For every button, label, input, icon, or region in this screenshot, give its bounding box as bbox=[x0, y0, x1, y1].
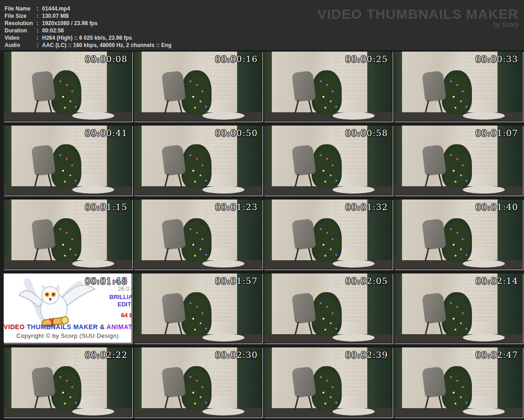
chair-leg bbox=[294, 248, 299, 262]
chair bbox=[422, 146, 447, 188]
tree-lights bbox=[450, 154, 452, 156]
chair-back bbox=[161, 292, 185, 324]
chair-leg bbox=[178, 174, 182, 188]
chair-leg bbox=[294, 174, 299, 188]
video-frame-thumbnail: 00:01:57 bbox=[133, 273, 262, 343]
tree-lights bbox=[59, 228, 61, 230]
chair-leg bbox=[438, 322, 443, 336]
chair bbox=[291, 72, 317, 114]
chair-leg bbox=[438, 174, 443, 188]
rug bbox=[202, 260, 244, 268]
left-curtain bbox=[134, 200, 142, 269]
info-label: File Name bbox=[5, 5, 37, 12]
chair-leg bbox=[178, 322, 182, 336]
tree-lights bbox=[320, 228, 322, 230]
chair bbox=[161, 294, 187, 336]
info-colon: : bbox=[37, 42, 42, 49]
chair bbox=[422, 220, 447, 262]
left-curtain bbox=[394, 52, 402, 121]
chair bbox=[161, 72, 187, 114]
chair bbox=[422, 72, 447, 114]
chair-leg bbox=[164, 100, 169, 114]
frame-timestamp: 00:01:48 bbox=[85, 276, 127, 286]
video-frame-thumbnail: 00:01:15 bbox=[3, 199, 132, 269]
chair-leg bbox=[178, 100, 182, 114]
rug bbox=[72, 186, 114, 194]
chair-leg bbox=[164, 396, 169, 410]
chair-back bbox=[31, 70, 55, 102]
chair-leg bbox=[48, 396, 52, 410]
brand-video: VIDEO bbox=[4, 323, 25, 331]
left-curtain bbox=[264, 347, 272, 417]
chair bbox=[161, 368, 187, 410]
info-label: Audio bbox=[5, 42, 37, 49]
frame-timestamp: 00:00:41 bbox=[85, 128, 127, 138]
chair-leg bbox=[164, 174, 169, 188]
chair-leg bbox=[308, 322, 312, 336]
frame-timestamp: 00:02:05 bbox=[345, 276, 388, 286]
chair-back bbox=[291, 366, 316, 398]
tree-lights bbox=[190, 228, 191, 230]
rug bbox=[463, 334, 505, 341]
chair-leg bbox=[48, 248, 52, 262]
left-curtain bbox=[134, 273, 142, 343]
chair bbox=[291, 146, 317, 188]
video-frame-thumbnail: 00:00:41 bbox=[3, 125, 132, 195]
app-watermark: VIDEO THUMBNAILS MAKER by Scorp bbox=[318, 7, 519, 28]
chair-leg bbox=[34, 174, 38, 188]
video-frame-thumbnail: 00:00:16 bbox=[133, 51, 262, 121]
frame-timestamp: 00:00:33 bbox=[476, 54, 518, 64]
rug bbox=[333, 260, 375, 268]
info-value: H264 (High) :: 6 025 kb/s, 23.98 fps bbox=[42, 34, 132, 42]
chair bbox=[31, 146, 57, 188]
tree-lights bbox=[320, 80, 322, 82]
frame-timestamp: 00:00:25 bbox=[345, 54, 388, 64]
chair-back bbox=[291, 218, 316, 250]
tree-lights bbox=[450, 376, 452, 378]
chair-leg bbox=[164, 248, 169, 262]
chair-back bbox=[161, 70, 185, 102]
info-colon: : bbox=[37, 20, 42, 27]
chair-leg bbox=[48, 100, 52, 114]
chair-leg bbox=[438, 248, 443, 262]
chair-leg bbox=[308, 248, 312, 262]
video-frame-thumbnail: 00:00:08 bbox=[3, 51, 132, 121]
thumbnail-grid: 00:00:08 00:00:16 00:0 bbox=[0, 50, 524, 417]
watermark-title: VIDEO THUMBNAILS MAKER bbox=[318, 7, 519, 21]
frame-timestamp: 00:02:30 bbox=[215, 350, 258, 360]
chair bbox=[422, 294, 447, 336]
frame-timestamp: 00:01:15 bbox=[85, 202, 127, 212]
rug bbox=[202, 186, 244, 194]
tree-lights bbox=[190, 376, 191, 378]
chair-back bbox=[161, 218, 185, 250]
left-curtain bbox=[4, 52, 11, 121]
chair-leg bbox=[438, 100, 443, 114]
tree-lights bbox=[190, 302, 191, 304]
tree-lights bbox=[320, 154, 322, 156]
chair-back bbox=[31, 218, 55, 250]
rug bbox=[333, 186, 375, 194]
left-curtain bbox=[264, 52, 272, 121]
chair bbox=[161, 220, 187, 262]
frame-timestamp: 00:00:58 bbox=[345, 128, 388, 138]
edition-label: BRILLIANCE bbox=[109, 294, 132, 300]
frame-timestamp: 00:01:57 bbox=[215, 276, 258, 286]
frame-timestamp: 00:00:16 bbox=[215, 54, 258, 64]
left-curtain bbox=[134, 126, 142, 195]
chair-back bbox=[161, 366, 185, 398]
left-curtain bbox=[134, 52, 142, 121]
info-label: Resolution bbox=[5, 20, 37, 27]
chair bbox=[161, 146, 187, 188]
frame-timestamp: 00:02:14 bbox=[476, 276, 518, 286]
rug bbox=[463, 186, 505, 194]
chair-back bbox=[422, 144, 446, 176]
video-frame-thumbnail: 00:00:58 bbox=[264, 125, 392, 195]
video-frame-thumbnail: 00:01:23 bbox=[133, 199, 262, 269]
file-info-row: Video:H264 (High) :: 6 025 kb/s, 23.98 f… bbox=[5, 34, 524, 42]
chair-back bbox=[31, 144, 55, 176]
chair-leg bbox=[178, 248, 182, 262]
brand-thumbnails-maker: THUMBNAILS MAKER bbox=[26, 323, 100, 331]
brand-ampersand: & bbox=[100, 323, 106, 331]
chair-back bbox=[422, 366, 446, 398]
left-curtain bbox=[394, 200, 402, 269]
